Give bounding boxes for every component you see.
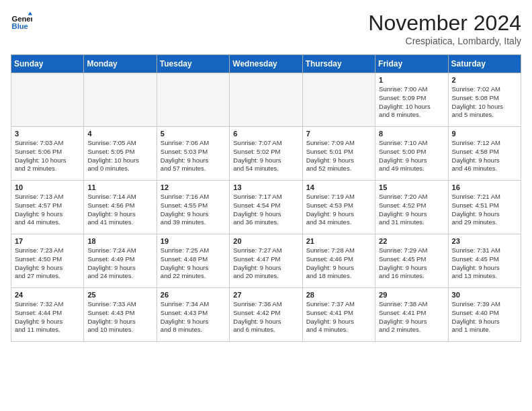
- day-info: Sunrise: 7:33 AM Sunset: 4:43 PM Dayligh…: [87, 300, 152, 334]
- day-number: 23: [452, 237, 517, 245]
- calendar-cell: 23Sunrise: 7:31 AM Sunset: 4:45 PM Dayli…: [448, 234, 521, 288]
- day-number: 20: [233, 237, 298, 245]
- calendar-cell: 21Sunrise: 7:28 AM Sunset: 4:46 PM Dayli…: [302, 234, 375, 288]
- day-info: Sunrise: 7:12 AM Sunset: 4:58 PM Dayligh…: [452, 139, 517, 173]
- day-number: 4: [87, 130, 152, 138]
- day-info: Sunrise: 7:34 AM Sunset: 4:43 PM Dayligh…: [161, 300, 226, 334]
- day-info: Sunrise: 7:06 AM Sunset: 5:03 PM Dayligh…: [161, 139, 226, 173]
- day-number: 26: [161, 291, 226, 299]
- day-info: Sunrise: 7:37 AM Sunset: 4:41 PM Dayligh…: [306, 300, 371, 334]
- calendar-cell: [84, 73, 157, 127]
- weekday-header: Thursday: [302, 55, 375, 73]
- day-number: 10: [15, 183, 80, 191]
- calendar-cell: 14Sunrise: 7:19 AM Sunset: 4:53 PM Dayli…: [302, 181, 375, 234]
- day-number: 21: [306, 237, 371, 245]
- calendar-cell: 10Sunrise: 7:13 AM Sunset: 4:57 PM Dayli…: [11, 181, 84, 234]
- day-info: Sunrise: 7:05 AM Sunset: 5:05 PM Dayligh…: [87, 139, 152, 173]
- day-number: 18: [87, 237, 152, 245]
- day-info: Sunrise: 7:20 AM Sunset: 4:52 PM Dayligh…: [379, 193, 444, 227]
- month-title: November 2024: [368, 11, 521, 36]
- day-info: Sunrise: 7:02 AM Sunset: 5:08 PM Dayligh…: [452, 85, 517, 120]
- day-number: 1: [379, 76, 444, 84]
- calendar-cell: 24Sunrise: 7:32 AM Sunset: 4:44 PM Dayli…: [11, 288, 84, 342]
- calendar-cell: 22Sunrise: 7:29 AM Sunset: 4:45 PM Dayli…: [375, 234, 448, 288]
- calendar-cell: 28Sunrise: 7:37 AM Sunset: 4:41 PM Dayli…: [302, 288, 375, 342]
- calendar-cell: 15Sunrise: 7:20 AM Sunset: 4:52 PM Dayli…: [375, 181, 448, 234]
- day-number: 27: [233, 291, 298, 299]
- day-number: 16: [452, 183, 517, 191]
- day-number: 19: [161, 237, 226, 245]
- day-number: 9: [452, 130, 517, 138]
- day-info: Sunrise: 7:10 AM Sunset: 5:00 PM Dayligh…: [379, 139, 444, 173]
- weekday-header: Tuesday: [157, 55, 229, 73]
- calendar-cell: [11, 73, 84, 127]
- calendar-cell: 25Sunrise: 7:33 AM Sunset: 4:43 PM Dayli…: [84, 288, 157, 342]
- location: Crespiatica, Lombardy, Italy: [368, 36, 521, 46]
- day-number: 17: [15, 237, 80, 245]
- day-info: Sunrise: 7:29 AM Sunset: 4:45 PM Dayligh…: [379, 246, 444, 281]
- day-info: Sunrise: 7:25 AM Sunset: 4:48 PM Dayligh…: [161, 246, 226, 281]
- calendar-cell: 3Sunrise: 7:03 AM Sunset: 5:06 PM Daylig…: [11, 127, 84, 181]
- calendar-cell: 16Sunrise: 7:21 AM Sunset: 4:51 PM Dayli…: [448, 181, 521, 234]
- day-number: 3: [15, 130, 80, 138]
- svg-text:General: General: [12, 15, 32, 23]
- day-info: Sunrise: 7:27 AM Sunset: 4:47 PM Dayligh…: [233, 246, 298, 281]
- day-number: 22: [379, 237, 444, 245]
- day-number: 7: [306, 130, 371, 138]
- day-number: 2: [452, 76, 517, 84]
- logo-icon: General Blue: [11, 11, 32, 32]
- day-info: Sunrise: 7:17 AM Sunset: 4:54 PM Dayligh…: [233, 193, 298, 227]
- day-info: Sunrise: 7:24 AM Sunset: 4:49 PM Dayligh…: [87, 246, 152, 281]
- calendar-cell: 4Sunrise: 7:05 AM Sunset: 5:05 PM Daylig…: [84, 127, 157, 181]
- calendar-cell: 12Sunrise: 7:16 AM Sunset: 4:55 PM Dayli…: [157, 181, 229, 234]
- day-info: Sunrise: 7:36 AM Sunset: 4:42 PM Dayligh…: [233, 300, 298, 334]
- calendar-cell: 20Sunrise: 7:27 AM Sunset: 4:47 PM Dayli…: [230, 234, 302, 288]
- weekday-header-row: SundayMondayTuesdayWednesdayThursdayFrid…: [11, 55, 521, 73]
- calendar-cell: 26Sunrise: 7:34 AM Sunset: 4:43 PM Dayli…: [157, 288, 229, 342]
- day-info: Sunrise: 7:31 AM Sunset: 4:45 PM Dayligh…: [452, 246, 517, 281]
- day-number: 28: [306, 291, 371, 299]
- calendar-table: SundayMondayTuesdayWednesdayThursdayFrid…: [11, 54, 521, 342]
- calendar-week-row: 24Sunrise: 7:32 AM Sunset: 4:44 PM Dayli…: [11, 288, 521, 342]
- calendar-cell: 7Sunrise: 7:09 AM Sunset: 5:01 PM Daylig…: [302, 127, 375, 181]
- day-number: 29: [379, 291, 444, 299]
- day-number: 14: [306, 183, 371, 191]
- weekday-header: Friday: [375, 55, 448, 73]
- logo: General Blue: [11, 11, 32, 32]
- day-number: 8: [379, 130, 444, 138]
- calendar-cell: 27Sunrise: 7:36 AM Sunset: 4:42 PM Dayli…: [230, 288, 302, 342]
- calendar-cell: 19Sunrise: 7:25 AM Sunset: 4:48 PM Dayli…: [157, 234, 229, 288]
- calendar-cell: [157, 73, 229, 127]
- calendar-cell: 6Sunrise: 7:07 AM Sunset: 5:02 PM Daylig…: [230, 127, 302, 181]
- calendar-cell: 5Sunrise: 7:06 AM Sunset: 5:03 PM Daylig…: [157, 127, 229, 181]
- day-number: 25: [87, 291, 152, 299]
- svg-marker-2: [28, 12, 32, 15]
- day-info: Sunrise: 7:28 AM Sunset: 4:46 PM Dayligh…: [306, 246, 371, 281]
- calendar-cell: 17Sunrise: 7:23 AM Sunset: 4:50 PM Dayli…: [11, 234, 84, 288]
- svg-text:Blue: Blue: [12, 22, 28, 30]
- page-header: General Blue November 2024 Crespiatica, …: [11, 11, 521, 46]
- day-info: Sunrise: 7:13 AM Sunset: 4:57 PM Dayligh…: [15, 193, 80, 227]
- day-info: Sunrise: 7:39 AM Sunset: 4:40 PM Dayligh…: [452, 300, 517, 334]
- calendar-cell: [302, 73, 375, 127]
- day-info: Sunrise: 7:32 AM Sunset: 4:44 PM Dayligh…: [15, 300, 80, 334]
- calendar-cell: 30Sunrise: 7:39 AM Sunset: 4:40 PM Dayli…: [448, 288, 521, 342]
- calendar-cell: 9Sunrise: 7:12 AM Sunset: 4:58 PM Daylig…: [448, 127, 521, 181]
- calendar-cell: 8Sunrise: 7:10 AM Sunset: 5:00 PM Daylig…: [375, 127, 448, 181]
- calendar-cell: 18Sunrise: 7:24 AM Sunset: 4:49 PM Dayli…: [84, 234, 157, 288]
- calendar-cell: [230, 73, 302, 127]
- day-number: 13: [233, 183, 298, 191]
- day-info: Sunrise: 7:09 AM Sunset: 5:01 PM Dayligh…: [306, 139, 371, 173]
- calendar-cell: 11Sunrise: 7:14 AM Sunset: 4:56 PM Dayli…: [84, 181, 157, 234]
- calendar-week-row: 1Sunrise: 7:00 AM Sunset: 5:09 PM Daylig…: [11, 73, 521, 127]
- calendar-week-row: 17Sunrise: 7:23 AM Sunset: 4:50 PM Dayli…: [11, 234, 521, 288]
- weekday-header: Sunday: [11, 55, 84, 73]
- calendar-week-row: 10Sunrise: 7:13 AM Sunset: 4:57 PM Dayli…: [11, 181, 521, 234]
- title-area: November 2024 Crespiatica, Lombardy, Ita…: [368, 11, 521, 46]
- day-info: Sunrise: 7:38 AM Sunset: 4:41 PM Dayligh…: [379, 300, 444, 334]
- calendar-week-row: 3Sunrise: 7:03 AM Sunset: 5:06 PM Daylig…: [11, 127, 521, 181]
- day-info: Sunrise: 7:14 AM Sunset: 4:56 PM Dayligh…: [87, 193, 152, 227]
- calendar-cell: 13Sunrise: 7:17 AM Sunset: 4:54 PM Dayli…: [230, 181, 302, 234]
- calendar-cell: 29Sunrise: 7:38 AM Sunset: 4:41 PM Dayli…: [375, 288, 448, 342]
- day-info: Sunrise: 7:16 AM Sunset: 4:55 PM Dayligh…: [161, 193, 226, 227]
